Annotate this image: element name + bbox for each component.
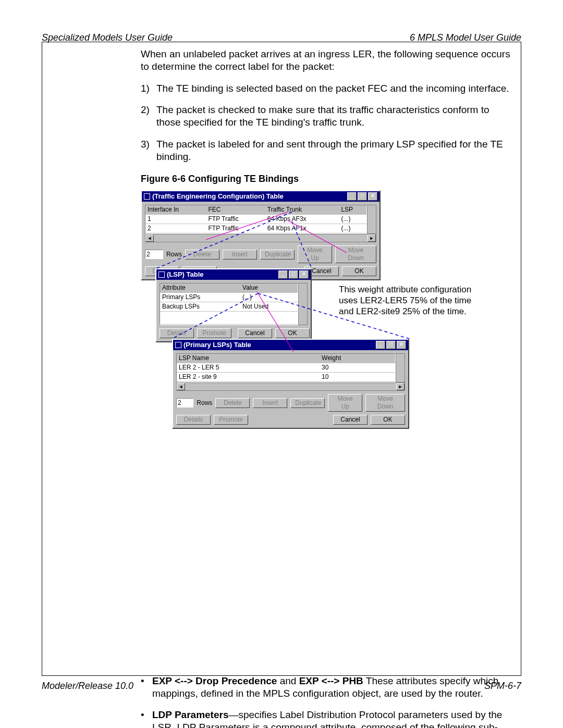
scroll-left-icon[interactable]: ◄ <box>145 235 154 242</box>
te-config-dialog: (Traffic Engineering Configuration) Tabl… <box>141 190 381 280</box>
rows-field[interactable]: 2 <box>145 250 163 259</box>
scroll-right-icon[interactable]: ► <box>368 235 376 242</box>
footer-right: SPM-6-7 <box>484 681 521 692</box>
promote-button[interactable]: Promote <box>197 328 231 338</box>
horizontal-scrollbar[interactable]: ◄ ► <box>176 382 405 391</box>
footer-left: Modeler/Release 10.0 <box>42 681 133 692</box>
cancel-button[interactable]: Cancel <box>333 415 368 425</box>
moveup-button[interactable]: Move Up <box>298 245 332 263</box>
scroll-left-icon[interactable]: ◄ <box>177 383 185 390</box>
col-header[interactable]: LSP Name <box>177 354 320 363</box>
sysmenu-icon[interactable] <box>144 193 150 200</box>
col-header[interactable]: Value <box>240 283 298 293</box>
vertical-scrollbar[interactable] <box>298 283 308 325</box>
figure-caption: Figure 6-6 Configuring TE Bindings <box>141 173 513 185</box>
step-num: 2) <box>141 104 156 129</box>
ok-button[interactable]: OK <box>371 415 405 425</box>
title-text: (Traffic Engineering Configuration) Tabl… <box>152 192 284 201</box>
step-num: 1) <box>141 82 156 95</box>
duplicate-button[interactable]: Duplicate <box>290 398 325 408</box>
intro-text: When an unlabeled packet arrives at an i… <box>141 48 513 73</box>
rows-label: Rows <box>197 399 212 407</box>
vertical-scrollbar[interactable] <box>367 205 376 234</box>
titlebar[interactable]: (LSP) Table _ □ × <box>156 269 311 280</box>
ok-button[interactable]: OK <box>275 328 310 338</box>
title-text: (Primary LSPs) Table <box>183 341 251 349</box>
col-header[interactable]: FEC <box>206 205 265 215</box>
titlebar[interactable]: (Primary LSPs) Table _ □ × <box>173 340 408 350</box>
delete-button[interactable]: Delete <box>215 398 250 408</box>
bullet-dot: • <box>141 709 152 728</box>
minimize-icon[interactable]: _ <box>278 270 288 279</box>
insert-button[interactable]: Insert <box>223 250 257 260</box>
table-row[interactable]: LER 2 - site 910 <box>177 373 395 382</box>
close-icon[interactable]: × <box>397 341 406 349</box>
step-text: The TE binding is selected based on the … <box>156 82 509 95</box>
duplicate-button[interactable]: Duplicate <box>260 250 295 260</box>
col-header[interactable]: Interface In <box>145 205 206 215</box>
annotation-text: This weight attribute configuration uses… <box>339 284 480 317</box>
maximize-icon[interactable]: □ <box>358 192 367 201</box>
table-row[interactable]: Backup LSPsNot Used <box>160 302 298 312</box>
moveup-button[interactable]: Move Up <box>328 394 362 412</box>
step-text: The packet is labeled for and sent throu… <box>156 138 513 163</box>
ok-button[interactable]: OK <box>342 266 376 276</box>
movedown-button[interactable]: Move Down <box>335 245 376 263</box>
rows-field[interactable]: 2 <box>176 398 193 408</box>
col-header[interactable]: Attribute <box>160 283 240 293</box>
titlebar[interactable]: (Traffic Engineering Configuration) Tabl… <box>142 191 380 202</box>
scroll-right-icon[interactable]: ► <box>396 383 405 390</box>
maximize-icon[interactable]: □ <box>386 341 396 349</box>
details-button[interactable]: Details <box>176 415 211 425</box>
col-header[interactable]: Traffic Trunk <box>265 205 339 215</box>
maximize-icon[interactable]: □ <box>289 270 298 279</box>
primary-lsps-dialog: (Primary LSPs) Table _ □ × LSP Name Weig… <box>172 339 409 429</box>
te-table: Interface In FEC Traffic Trunk LSP 1 FTP… <box>145 205 366 233</box>
table-row[interactable]: Primary LSPs(...) <box>160 293 298 302</box>
lsp-table: Attribute Value Primary LSPs(...) Backup… <box>160 283 298 325</box>
vertical-scrollbar[interactable] <box>396 353 405 382</box>
ordered-steps: 1)The TE binding is selected based on th… <box>141 82 513 163</box>
rows-label: Rows <box>166 251 182 258</box>
close-icon[interactable]: × <box>368 192 377 201</box>
table-row[interactable]: 1 FTP Traffic 64 Kbps AF3x (...) <box>145 215 366 224</box>
step-text: The packet is checked to make sure that … <box>156 104 513 129</box>
movedown-button[interactable]: Move Down <box>365 394 405 412</box>
promote-button[interactable]: Promote <box>214 415 248 425</box>
delete-button[interactable]: Delete <box>185 250 219 260</box>
primary-lsps-table: LSP Name Weight LER 2 - LER 530 LER 2 - … <box>177 354 395 382</box>
col-header[interactable]: LSP <box>339 205 366 215</box>
sysmenu-icon[interactable] <box>175 342 181 348</box>
insert-button[interactable]: Insert <box>253 398 287 408</box>
cancel-button[interactable]: Cancel <box>238 328 272 338</box>
minimize-icon[interactable]: _ <box>347 192 357 201</box>
close-icon[interactable]: × <box>299 270 309 279</box>
table-row[interactable]: LER 2 - LER 530 <box>177 363 395 373</box>
minimize-icon[interactable]: _ <box>376 341 385 349</box>
table-row[interactable]: 2 FTP Traffic 64 Kbps AF1x (...) <box>145 224 366 233</box>
col-header[interactable]: Weight <box>320 354 395 363</box>
title-text: (LSP) Table <box>167 270 204 279</box>
sysmenu-icon[interactable] <box>158 272 165 278</box>
details-button[interactable]: Details <box>160 328 194 338</box>
lsp-dialog: (LSP) Table _ □ × Attribute Value <box>155 268 312 342</box>
bullet-text: LDP Parameters—specifies Label Distribut… <box>152 709 513 728</box>
step-num: 3) <box>141 138 156 163</box>
horizontal-scrollbar[interactable]: ◄ ► <box>145 234 376 242</box>
